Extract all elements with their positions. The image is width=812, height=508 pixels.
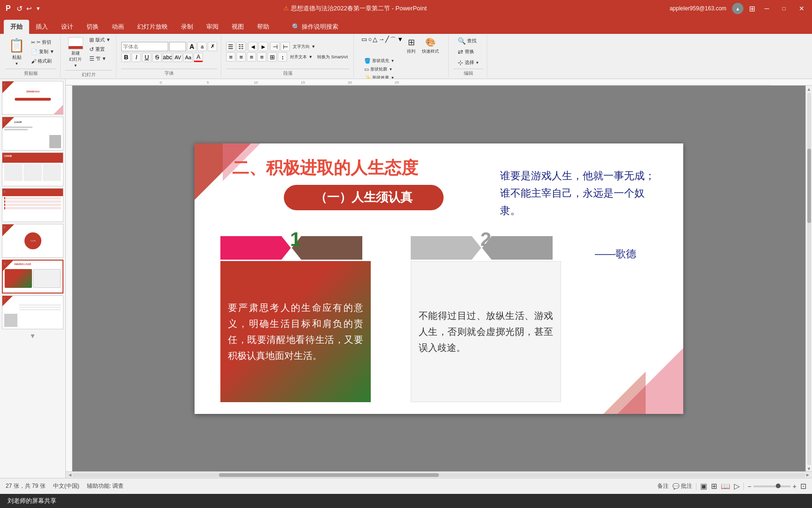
reset-button[interactable]: ↺ 重置 (87, 45, 113, 54)
view-reading-button[interactable]: 📖 (721, 482, 730, 491)
paste-dropdown[interactable]: ▼ (15, 62, 19, 66)
shape-arrow[interactable]: → (378, 36, 384, 56)
tab-home[interactable]: 开始 (4, 20, 29, 34)
slide-thumb-4[interactable]: 4 (2, 188, 63, 222)
scroll-right-button[interactable]: ► (805, 472, 810, 477)
columns-button[interactable]: ⊞ (267, 52, 277, 62)
tab-help[interactable]: 帮助 (250, 20, 276, 34)
bold-button[interactable]: B (121, 53, 131, 62)
more-icon[interactable]: ▼ (36, 6, 41, 11)
slide-subtitle[interactable]: （一）人生须认真 (284, 185, 444, 210)
paste-button[interactable]: 📋 粘贴 ▼ (6, 36, 28, 67)
shape-triangle[interactable]: △ (373, 36, 377, 56)
line-spacing-button[interactable]: ↕ (278, 52, 287, 62)
clear-format-button[interactable]: ✗ (208, 42, 217, 51)
zoom-minus-button[interactable]: − (748, 483, 751, 490)
minimize-button[interactable]: ─ (761, 5, 773, 12)
strikethrough-button[interactable]: S (152, 53, 162, 62)
tab-design[interactable]: 设计 (55, 20, 80, 34)
slide-thumb-5[interactable]: 5 人生目标 (2, 224, 63, 258)
align-left-button[interactable]: ≡ (226, 52, 235, 62)
slide-thumb-1[interactable]: 1 思想道德与法治 (2, 81, 63, 115)
view-slidesorter-button[interactable]: ⊞ (711, 482, 717, 491)
close-button[interactable]: ✕ (795, 5, 808, 12)
shape-line[interactable]: ╱ (385, 36, 389, 56)
new-slide-button[interactable]: 新建幻灯片 ▼ (65, 36, 86, 69)
bullets-button[interactable]: ☰ (226, 42, 235, 51)
h-scroll-thumb[interactable] (219, 473, 439, 477)
align-right-button[interactable]: ≡ (247, 52, 256, 62)
font-size-input[interactable] (169, 42, 186, 51)
undo-icon[interactable]: ↩ (26, 5, 32, 12)
profile-avatar[interactable]: ▲ (732, 3, 743, 14)
zoom-plus-button[interactable]: + (793, 483, 796, 490)
format-painter-button[interactable]: 🖌 格式刷 (29, 57, 56, 65)
char-spacing-button[interactable]: AV (173, 53, 182, 62)
font-color-button[interactable]: A (194, 53, 203, 62)
slide-thumb-6[interactable]: 6 积极进取的人生态度 (2, 260, 63, 294)
shape-fill-button[interactable]: 🪣 形状填充 ▼ (362, 57, 396, 65)
italic-button[interactable]: I (132, 53, 141, 62)
tab-search[interactable]: 🔍 操作说明搜索 (285, 20, 345, 34)
text-shadow-button[interactable]: abc (163, 53, 172, 62)
find-button[interactable]: 🔍 查找 (456, 36, 478, 46)
slide-thumb-3[interactable]: 3 内容标题 (2, 152, 63, 186)
scroll-down-button[interactable]: ▼ (807, 466, 812, 471)
shape-curve[interactable]: ⌒ (390, 36, 396, 56)
shape-more[interactable]: ▼ (397, 36, 403, 56)
zoom-slider[interactable] (753, 485, 791, 487)
scroll-thumb[interactable] (807, 149, 811, 223)
view-slideshow-button[interactable]: ▷ (734, 482, 740, 491)
align-center-button[interactable]: ≡ (236, 52, 246, 62)
select-button[interactable]: ⊹ 选择 ▼ (456, 58, 481, 67)
layout-button[interactable]: ⊞ 版式 ▼ (87, 36, 113, 44)
shape-rect[interactable]: ▭ (361, 36, 367, 56)
shape-outline-button[interactable]: ▭ 形状轮廓 ▼ (362, 65, 396, 73)
tab-view[interactable]: 视图 (225, 20, 250, 34)
align-justify-button[interactable]: ≡ (257, 52, 266, 62)
increase-font-button[interactable]: A (187, 42, 196, 51)
vertical-scrollbar[interactable]: ▲ ▼ (805, 86, 812, 471)
tab-record[interactable]: 录制 (174, 20, 200, 34)
shape-effects-button[interactable]: ✨ 形状效果 ▼ (362, 74, 396, 79)
scroll-up-button[interactable]: ▲ (807, 87, 812, 92)
tab-slideshow[interactable]: 幻灯片放映 (131, 20, 174, 34)
comments-button[interactable]: 💬 批注 (672, 482, 692, 490)
indent-right2-button[interactable]: ⊢ (281, 42, 290, 51)
convert-smartart-button[interactable]: 转换为 SmartArt (315, 53, 350, 61)
restore-button[interactable]: □ (779, 5, 789, 12)
align-text-button[interactable]: 对齐文本 ▼ (288, 53, 314, 61)
case-button[interactable]: Aa (183, 53, 193, 62)
slide-thumb-7[interactable]: 7 (2, 295, 63, 329)
tab-review[interactable]: 审阅 (200, 20, 225, 34)
box2-header: 2 (411, 235, 561, 261)
quick-styles-button[interactable]: 🎨 快速样式 (419, 36, 442, 56)
clipboard-label: 剪贴板 (6, 69, 56, 77)
copy-button[interactable]: 📄 复制 ▼ (29, 48, 56, 56)
section-button[interactable]: ☰ 节 ▼ (87, 55, 113, 63)
indent-left2-button[interactable]: ⊣ (270, 42, 280, 51)
font-label: 字体 (121, 69, 217, 77)
refresh-icon[interactable]: ↺ (16, 4, 23, 13)
scroll-left-button[interactable]: ◄ (68, 472, 72, 477)
tab-insert[interactable]: 插入 (29, 20, 55, 34)
font-name-input[interactable] (121, 42, 168, 51)
arrange-button[interactable]: ⊞ 排列 (404, 36, 418, 56)
numbering-button[interactable]: ☷ (236, 42, 246, 51)
tab-animations[interactable]: 动画 (105, 20, 131, 34)
decrease-font-button[interactable]: a (197, 42, 207, 51)
text-direction-button[interactable]: 文字方向 ▼ (291, 43, 317, 51)
underline-button[interactable]: U (142, 53, 151, 62)
indent-increase-button[interactable]: ► (258, 42, 268, 51)
view-normal-button[interactable]: ▣ (700, 482, 707, 491)
replace-button[interactable]: ⇄ 替换 (456, 47, 476, 56)
zoom-fit-button[interactable]: ⊡ (800, 482, 806, 491)
view-icon[interactable]: ⊞ (749, 4, 755, 13)
notes-button[interactable]: 备注 (657, 482, 669, 490)
cut-button[interactable]: ✂ ✂ 剪切 (29, 38, 56, 47)
indent-decrease-button[interactable]: ◄ (248, 42, 258, 51)
horizontal-scrollbar[interactable]: ◄ ► (66, 471, 812, 478)
shape-circle[interactable]: ○ (368, 36, 372, 56)
tab-transitions[interactable]: 切换 (80, 20, 105, 34)
slide-thumb-2[interactable]: 2 认识自我 (2, 117, 63, 151)
